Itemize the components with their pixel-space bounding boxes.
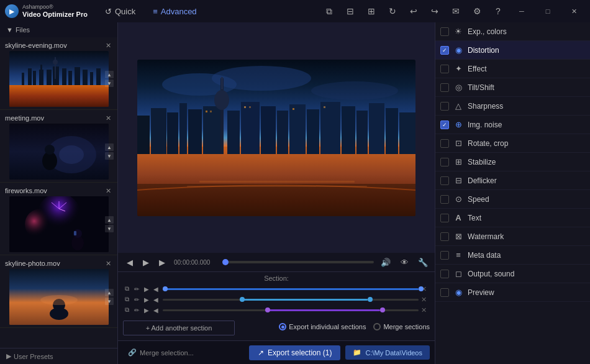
progress-handle[interactable] <box>222 259 229 265</box>
section-handle-left[interactable] <box>240 297 245 302</box>
copy-icon-btn[interactable]: ⧉ <box>320 4 338 18</box>
export-merge-option[interactable]: Merge sections <box>373 323 430 330</box>
grid-icon-btn[interactable]: ⊞ <box>363 4 380 18</box>
section-edit-icon[interactable]: ✏ <box>133 284 142 293</box>
section-edit-icon[interactable]: ✏ <box>133 306 142 314</box>
split-icon-btn[interactable]: ⊟ <box>342 4 359 18</box>
effect-checkbox-preview[interactable] <box>440 288 449 297</box>
effect-checkbox-output-sound[interactable] <box>440 270 449 278</box>
effect-checkbox-distortion[interactable] <box>440 46 449 55</box>
effect-checkbox-rotate-crop[interactable] <box>440 139 449 148</box>
add-section-button[interactable]: + Add another section <box>123 321 235 335</box>
section-chevron-left-icon[interactable]: ◀ <box>152 284 161 293</box>
effect-checkbox-meta-data[interactable] <box>440 251 449 260</box>
chevron-down-icon: ▼ <box>6 26 13 34</box>
effect-item-img-noise[interactable]: ⊕ Img. noise <box>435 116 590 134</box>
preview-toggle-btn[interactable]: 👁 <box>397 255 411 269</box>
effect-item-speed[interactable]: ⊙ Speed <box>435 190 590 209</box>
merge-selection-button[interactable]: 🔗 Merge selection... <box>123 346 199 359</box>
effect-item-effect[interactable]: ✦ Effect <box>435 60 590 78</box>
file-thumbnail <box>9 124 109 180</box>
thumb-nav-up[interactable]: ▲ <box>105 216 114 224</box>
file-close-icon[interactable]: ✕ <box>104 114 112 122</box>
tools-btn[interactable]: 🔧 <box>416 255 430 269</box>
section-handle-left[interactable] <box>265 307 270 312</box>
effect-item-preview[interactable]: ◉ Preview <box>435 283 590 302</box>
svg-rect-65 <box>249 106 251 108</box>
minimize-btn[interactable]: ─ <box>511 0 533 22</box>
effect-item-meta-data[interactable]: ≡ Meta data <box>435 246 590 265</box>
volume-btn[interactable]: 🔊 <box>379 255 393 269</box>
settings-icon-btn[interactable]: ⚙ <box>468 4 486 18</box>
thumb-nav-up[interactable]: ▲ <box>105 71 114 78</box>
section-row-close[interactable]: ✕ <box>421 306 430 314</box>
effect-item-tilt-shift[interactable]: ◎ Tilt/Shift <box>435 78 590 97</box>
effect-checkbox-tilt-shift[interactable] <box>440 83 449 92</box>
effect-item-distortion[interactable]: ◉ Distortion <box>435 41 590 60</box>
thumb-nav-up[interactable]: ▲ <box>105 143 114 151</box>
export-individual-option[interactable]: Export individual sections <box>279 323 366 330</box>
tab-advanced[interactable]: ≡ Advanced <box>145 4 204 19</box>
help-icon-btn[interactable]: ? <box>489 4 507 18</box>
effect-checkbox-watermark[interactable] <box>440 232 449 241</box>
thumb-nav-up[interactable]: ▲ <box>105 289 114 296</box>
file-close-icon[interactable]: ✕ <box>104 259 112 268</box>
effect-checkbox-text[interactable] <box>440 214 449 222</box>
section-edit-icon[interactable]: ✏ <box>133 295 142 304</box>
effect-item-text[interactable]: A Text <box>435 209 590 227</box>
section-handle-right[interactable] <box>368 297 373 302</box>
tab-quick[interactable]: ↺ Quick <box>98 4 143 19</box>
thumb-nav-down[interactable]: ▼ <box>105 152 114 160</box>
close-btn[interactable]: ✕ <box>563 0 585 22</box>
section-range[interactable] <box>163 295 419 304</box>
progress-bar[interactable] <box>225 261 374 263</box>
effect-item-sharpness[interactable]: △ Sharpness <box>435 97 590 116</box>
effect-checkbox-img-noise[interactable] <box>440 121 449 129</box>
section-chevron-left-icon[interactable]: ◀ <box>152 295 161 304</box>
maximize-btn[interactable]: □ <box>537 0 559 22</box>
thumb-nav-down[interactable]: ▼ <box>105 80 114 87</box>
section-copy-icon[interactable]: ⧉ <box>123 284 132 293</box>
refresh-icon-btn[interactable]: ↻ <box>384 4 401 18</box>
section-range[interactable] <box>163 284 419 293</box>
effect-item-deflicker[interactable]: ⊟ Deflicker <box>435 171 590 190</box>
section-range[interactable] <box>163 306 419 314</box>
export-individual-radio[interactable] <box>279 323 286 330</box>
effect-checkbox-exp-colors[interactable] <box>440 27 449 36</box>
export-selection-button[interactable]: ↗ Export selection (1) <box>249 345 340 360</box>
section-copy-icon[interactable]: ⧉ <box>123 295 132 304</box>
section-chevron-right-icon[interactable]: ▶ <box>142 284 151 293</box>
next-frame-btn[interactable]: ▶ <box>155 255 169 269</box>
section-chevron-right-icon[interactable]: ▶ <box>142 295 151 304</box>
effect-checkbox-effect[interactable] <box>440 65 449 73</box>
effect-item-output-sound[interactable]: ◻ Output, sound <box>435 265 590 283</box>
sidebar-footer[interactable]: ▶ User Presets <box>0 348 117 364</box>
play-btn[interactable]: ▶ <box>139 255 153 269</box>
thumb-nav-down[interactable]: ▼ <box>105 298 114 305</box>
section-chevron-right-icon[interactable]: ▶ <box>142 306 151 314</box>
email-icon-btn[interactable]: ✉ <box>447 4 465 18</box>
effect-checkbox-sharpness[interactable] <box>440 102 449 111</box>
effect-checkbox-speed[interactable] <box>440 195 449 204</box>
section-copy-icon[interactable]: ⧉ <box>123 306 132 314</box>
file-thumbnail <box>9 196 109 252</box>
section-handle-right[interactable] <box>419 286 424 291</box>
prev-frame-btn[interactable]: ◀ <box>123 255 137 269</box>
effect-item-rotate-crop[interactable]: ⊡ Rotate, crop <box>435 134 590 153</box>
effect-checkbox-deflicker[interactable] <box>440 176 449 185</box>
effect-item-watermark[interactable]: ⊠ Watermark <box>435 227 590 246</box>
undo-icon-btn[interactable]: ↩ <box>405 4 422 18</box>
thumb-nav-down[interactable]: ▼ <box>105 225 114 232</box>
effect-item-stabilize[interactable]: ⊞ Stabilize <box>435 153 590 171</box>
file-close-icon[interactable]: ✕ <box>104 186 112 195</box>
output-path-button[interactable]: 📁 C:\My Data\Videos <box>345 345 430 360</box>
effect-item-exp-colors[interactable]: ☀ Exp., colors <box>435 22 590 41</box>
file-close-icon[interactable]: ✕ <box>104 41 112 50</box>
redo-icon-btn[interactable]: ↪ <box>426 4 443 18</box>
section-chevron-left-icon[interactable]: ◀ <box>152 306 161 314</box>
export-merge-radio[interactable] <box>373 323 381 330</box>
section-row-close[interactable]: ✕ <box>421 296 430 304</box>
section-handle-right[interactable] <box>380 307 385 312</box>
effect-checkbox-stabilize[interactable] <box>440 158 449 166</box>
section-handle-left[interactable] <box>163 286 168 291</box>
